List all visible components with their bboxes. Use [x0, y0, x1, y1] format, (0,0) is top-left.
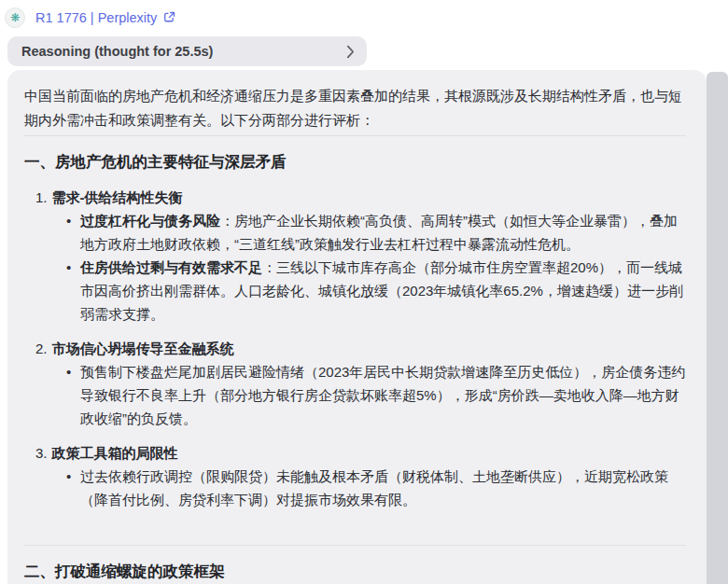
bullet-item: 住房供给过剩与有效需求不足：三线以下城市库存高企（部分城市住房空置率超20%），…: [35, 256, 686, 326]
answer-card: 中国当前面临的房地产危机和经济通缩压力是多重因素叠加的结果，其根源既涉及长期结构…: [7, 70, 707, 584]
divider: [24, 135, 686, 136]
list-number: 3.: [35, 445, 48, 461]
numbered-list: 1.需求-供给结构性失衡 过度杠杆化与债务风险：房地产企业长期依赖“高负债、高周…: [24, 186, 686, 511]
bullet-list: 过度杠杆化与债务风险：房地产企业长期依赖“高负债、高周转”模式（如恒大等企业暴雷…: [35, 209, 686, 326]
answer-intro: 中国当前面临的房地产危机和经济通缩压力是多重因素叠加的结果，其根源既涉及长期结构…: [24, 84, 686, 132]
list-item-2: 2.市场信心坍塌传导至金融系统 预售制下楼盘烂尾加剧居民避险情绪（2023年居民…: [35, 337, 686, 430]
list-number: 2.: [35, 341, 48, 356]
section-heading-2: 二、打破通缩螺旋的政策框架: [24, 560, 686, 582]
reasoning-label: Reasoning (thought for 25.5s): [21, 44, 213, 59]
section-heading-1: 一、房地产危机的主要特征与深层矛盾: [24, 150, 686, 173]
bullet-item: 过度杠杆化与债务风险：房地产企业长期依赖“高负债、高周转”模式（如恒大等企业暴雷…: [35, 209, 686, 256]
list-item-title: 3.政策工具箱的局限性: [35, 441, 686, 465]
list-item-1: 1.需求-供给结构性失衡 过度杠杆化与债务风险：房地产企业长期依赖“高负债、高周…: [35, 186, 686, 326]
external-link-icon: [163, 11, 175, 23]
list-number: 1.: [35, 189, 48, 205]
reasoning-toggle[interactable]: Reasoning (thought for 25.5s): [7, 36, 367, 66]
model-link[interactable]: R1 1776 | Perplexity: [35, 10, 175, 25]
model-label: R1 1776 | Perplexity: [35, 10, 157, 25]
list-item-3: 3.政策工具箱的局限性 过去依赖行政调控（限购限贷）未能触及根本矛盾（财税体制、…: [35, 441, 686, 511]
model-icon: ❋: [5, 7, 25, 28]
list-item-title: 2.市场信心坍塌传导至金融系统: [35, 337, 686, 360]
bullet-list: 过去依赖行政调控（限购限贷）未能触及根本矛盾（财税体制、土地垄断供应），近期宽松…: [35, 465, 686, 511]
bullet-item: 预售制下楼盘烂尾加剧居民避险情绪（2023年居民中长期贷款增速降至历史低位），房…: [35, 360, 686, 430]
divider: [24, 545, 686, 546]
list-item-title: 1.需求-供给结构性失衡: [35, 186, 686, 209]
scrollbar-thumb[interactable]: [707, 72, 728, 584]
message-header: ❋ R1 1776 | Perplexity: [0, 0, 728, 28]
bullet-list: 预售制下楼盘烂尾加剧居民避险情绪（2023年居民中长期贷款增速降至历史低位），房…: [35, 360, 686, 430]
bullet-item: 过去依赖行政调控（限购限贷）未能触及根本矛盾（财税体制、土地垄断供应），近期宽松…: [35, 465, 686, 511]
chevron-right-icon: [346, 45, 355, 59]
